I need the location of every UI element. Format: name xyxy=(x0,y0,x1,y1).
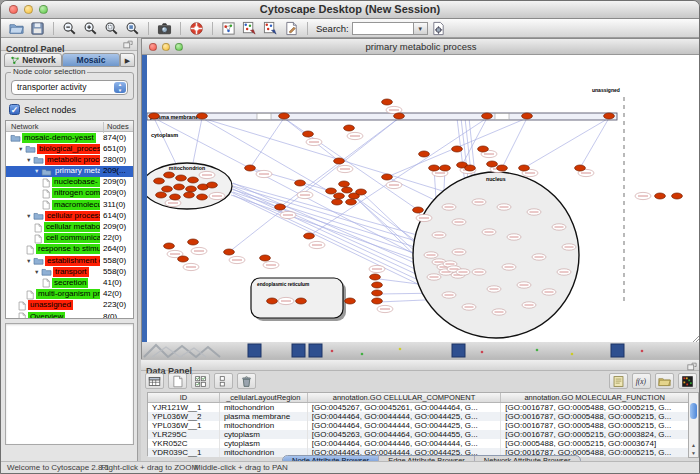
table-row[interactable]: YPL036W__2plasma membrane[GO:0044464, GO… xyxy=(148,412,688,421)
column-header[interactable]: ID xyxy=(148,393,220,402)
search-input[interactable] xyxy=(352,22,414,35)
tree-row[interactable]: multi-organism pro42(0) xyxy=(6,289,133,300)
zoom-out-icon[interactable] xyxy=(59,20,80,37)
node-color-dropdown[interactable]: transporter activity ▲▼ xyxy=(11,80,128,95)
tree-row[interactable]: cell communicat22(0) xyxy=(6,233,133,244)
tree-row[interactable]: nucleobase-209(0) xyxy=(6,177,133,188)
float-panel-icon[interactable] xyxy=(123,40,133,49)
notes-icon[interactable] xyxy=(609,373,628,389)
node-color-selection-group: Node color selection transporter activit… xyxy=(5,72,134,100)
minimize-button[interactable] xyxy=(24,5,33,14)
expand-arrow-icon[interactable]: ▼ xyxy=(34,168,39,174)
attribute-matrix-icon[interactable] xyxy=(678,373,697,389)
tab-overflow-arrow-icon[interactable]: ▶ xyxy=(120,53,135,67)
tree-row[interactable]: ▼biological_process651(0) xyxy=(6,143,133,154)
select-attributes-icon[interactable] xyxy=(191,373,210,389)
help-icon[interactable] xyxy=(186,20,207,37)
net-minimize-button[interactable] xyxy=(162,43,170,51)
edit-document-icon[interactable] xyxy=(281,20,302,37)
expand-arrow-icon[interactable]: ▼ xyxy=(34,269,39,275)
scroll-up-icon[interactable]: ▲ xyxy=(689,441,698,449)
tree-header[interactable]: Network Nodes xyxy=(6,121,133,132)
close-button[interactable] xyxy=(9,5,18,14)
column-header[interactable]: annotation.GO CELLULAR_COMPONENT xyxy=(308,393,502,402)
control-panel-header: Control Panel xyxy=(1,38,137,51)
title-bar[interactable]: Cytoscape Desktop (New Session) xyxy=(1,1,699,19)
tree-row[interactable]: secretion41(0) xyxy=(6,277,133,288)
annotate-network-icon[interactable] xyxy=(239,20,260,37)
attribute-table-icon[interactable] xyxy=(145,373,164,389)
network-canvas[interactable]: plasma membranecytoplasmmitochondrionnuc… xyxy=(147,55,700,342)
tree-row[interactable]: unassigned223(0) xyxy=(6,300,133,311)
expand-arrow-icon[interactable]: ▼ xyxy=(26,258,31,264)
tree-row[interactable]: response to stimulu264(0) xyxy=(6,244,133,255)
expand-arrow-icon[interactable]: ▼ xyxy=(18,146,23,152)
snapshot-icon[interactable] xyxy=(154,20,175,37)
search-dropdown-icon[interactable]: ▼ xyxy=(414,22,428,35)
save-icon[interactable] xyxy=(27,20,48,37)
tree-row[interactable]: ▼primary metabo209(... xyxy=(6,166,133,177)
tree-row-label: response to stimulu xyxy=(36,244,100,254)
table-cell: cytoplasm xyxy=(220,430,308,439)
delete-attribute-icon[interactable] xyxy=(237,373,256,389)
search-settings-icon[interactable] xyxy=(428,20,449,37)
annotate-selection-icon[interactable] xyxy=(260,20,281,37)
network-window-titlebar[interactable]: primary metabolic process xyxy=(142,39,700,55)
table-row[interactable]: YJR121W__1mitochondrion[GO:0045267, GO:0… xyxy=(148,403,688,412)
net-close-button[interactable] xyxy=(149,43,157,51)
table-row[interactable]: YLR295Ccytoplasm[GO:0045263, GO:0044464,… xyxy=(148,430,688,439)
tree-row[interactable]: ▼metabolic process280(0) xyxy=(6,154,133,165)
attribute-table-header[interactable]: ID_cellularLayoutRegionannotation.GO CEL… xyxy=(148,393,688,403)
tree-row[interactable]: cellular metabol209(0) xyxy=(6,222,133,233)
tree-row[interactable]: Overview8(0) xyxy=(6,311,133,319)
zoom-window-button[interactable] xyxy=(39,5,48,14)
birds-eye-view[interactable] xyxy=(5,323,134,445)
expand-arrow-icon[interactable]: ▼ xyxy=(26,213,31,219)
column-header[interactable]: annotation.GO MOLECULAR_FUNCTION xyxy=(501,393,688,402)
table-cell: [GO:0044464, GO:0044446, GO:0044444, G..… xyxy=(308,439,502,448)
tree-row-label: mosaic-demo-yeast xyxy=(22,133,96,143)
svg-text:mitochondrion: mitochondrion xyxy=(169,165,205,171)
expand-arrow-icon[interactable]: ▼ xyxy=(26,157,31,163)
import-attributes-icon[interactable] xyxy=(655,373,674,389)
column-header[interactable]: _cellularLayoutRegion xyxy=(220,393,308,402)
tree-row-count: 558(0) xyxy=(103,256,126,266)
network-overview-icon[interactable] xyxy=(218,20,239,37)
tree-row[interactable]: ▼establishment of lo558(0) xyxy=(6,255,133,266)
tab-network[interactable]: Network xyxy=(4,53,62,67)
table-scrollbar[interactable]: ▲ ▼ xyxy=(688,392,699,458)
float-data-panel-icon[interactable] xyxy=(687,362,697,371)
zoom-selected-icon[interactable] xyxy=(101,20,122,37)
select-nodes-checkbox[interactable]: ✓ xyxy=(9,104,20,115)
function-builder-icon[interactable]: f(x) xyxy=(632,373,651,389)
svg-text:cytoplasm: cytoplasm xyxy=(151,132,178,138)
toolbar-separator xyxy=(307,22,308,35)
unified-view-icon[interactable] xyxy=(214,373,233,389)
scroll-down-icon[interactable]: ▼ xyxy=(689,449,698,457)
tree-row-count: 42(0) xyxy=(103,289,122,299)
table-cell: [GO:0005488, GO:0005215, GO:0003674] xyxy=(501,439,688,448)
tab-mosaic[interactable]: Mosaic xyxy=(62,53,120,67)
svg-text:unassigned: unassigned xyxy=(592,87,620,93)
tree-row[interactable]: ▼cellular process614(0) xyxy=(6,210,133,221)
tree-row-label: cell communicat xyxy=(44,233,100,243)
tree-row-label: cellular metabol xyxy=(44,222,100,232)
table-cell: [GO:0016787, GO:0005488, GO:0005215, G..… xyxy=(501,403,688,412)
open-icon[interactable] xyxy=(6,20,27,37)
tree-row-label: establishment of lo xyxy=(45,256,100,266)
tree-row[interactable]: nitrogen compo209(0) xyxy=(6,188,133,199)
zoom-in-icon[interactable] xyxy=(80,20,101,37)
table-row[interactable]: YKR052Ccytoplasm[GO:0044464, GO:0044446,… xyxy=(148,439,688,448)
toolbar-separator xyxy=(180,22,181,35)
table-cell: [GO:0044464, GO:0044444, GO:0044425, G..… xyxy=(308,412,502,421)
create-attribute-icon[interactable] xyxy=(168,373,187,389)
net-zoom-button[interactable] xyxy=(175,43,183,51)
tree-row[interactable]: mosaic-demo-yeast874(0) xyxy=(6,132,133,143)
zoom-fit-icon[interactable] xyxy=(122,20,143,37)
table-row[interactable]: YPL036W__1mitochondrion[GO:0044464, GO:0… xyxy=(148,421,688,430)
tree-row-count: 209(0) xyxy=(103,222,126,232)
toolbar-separator xyxy=(212,22,213,35)
tree-row[interactable]: macromolecule311(0) xyxy=(6,199,133,210)
tree-row[interactable]: ▼transport558(0) xyxy=(6,266,133,277)
scrollbar-thumb[interactable] xyxy=(690,403,697,419)
